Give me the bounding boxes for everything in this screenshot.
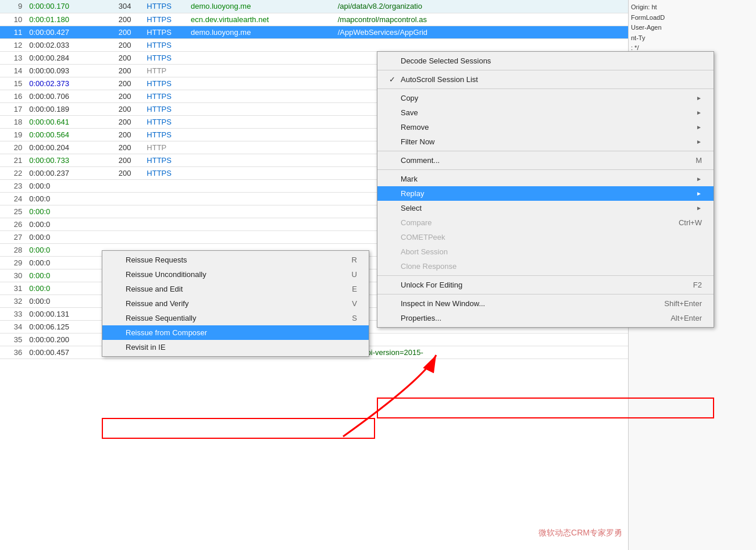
menu-item-select[interactable]: Select►	[377, 201, 714, 215]
row-status	[106, 218, 143, 230]
row-status	[106, 230, 143, 243]
table-row[interactable]: 9 0:00:00.170 304 HTTPS demo.luoyong.me …	[0, 0, 628, 13]
menu-separator	[377, 151, 714, 151]
row-host	[187, 218, 334, 230]
submenu-arrow: ►	[696, 95, 702, 101]
row-num: 13	[0, 51, 26, 64]
menu-item-label: Abort Session	[401, 247, 702, 256]
row-status	[106, 179, 143, 192]
main-context-menu: Decode Selected Sessions✓AutoScroll Sess…	[377, 51, 714, 328]
menu-item-label: Clone Response	[401, 262, 702, 271]
replay-menu-item-reissue_composer[interactable]: Reissue from Composer	[102, 325, 369, 340]
checkmark: ✓	[389, 75, 401, 84]
row-host	[187, 90, 334, 102]
menu-item-label: Inspect in New Window...	[401, 299, 641, 308]
menu-item-label: Properties...	[401, 314, 647, 322]
row-proto	[143, 192, 187, 205]
replay-menu-label: Reissue from Composer	[126, 328, 357, 337]
row-host: demo.luoyong.me	[187, 26, 334, 38]
row-proto: HTTPS	[143, 102, 187, 115]
menu-item-compare[interactable]: CompareCtrl+W	[377, 215, 714, 230]
menu-item-label: Remove	[401, 123, 696, 132]
replay-menu-item-revisit_ie[interactable]: Revisit in IE	[102, 340, 369, 354]
menu-item-cometpeek[interactable]: COMETPeek	[377, 230, 714, 244]
row-num: 33	[0, 307, 26, 320]
row-time: 0:00:06.125	[26, 320, 106, 333]
menu-item-decode[interactable]: Decode Selected Sessions	[377, 54, 714, 68]
row-time: 0:00:02.033	[26, 38, 106, 51]
menu-item-properties[interactable]: Properties...Alt+Enter	[377, 311, 714, 325]
menu-item-replay[interactable]: Replay►	[377, 186, 714, 201]
menu-separator	[377, 70, 714, 70]
menu-item-filter[interactable]: Filter Now►	[377, 134, 714, 149]
table-row[interactable]: 11 0:00:00.427 200 HTTPS demo.luoyong.me…	[0, 26, 628, 38]
row-time: 0:00:00.564	[26, 128, 106, 141]
row-host	[187, 128, 334, 141]
menu-item-comment[interactable]: Comment...M	[377, 153, 714, 168]
row-host	[187, 179, 334, 192]
row-proto	[143, 179, 187, 192]
row-proto	[143, 205, 187, 218]
row-time: 0:00:00.457	[26, 346, 106, 359]
row-url: /...	[334, 333, 628, 346]
row-status	[106, 205, 143, 218]
row-num: 11	[0, 26, 26, 38]
row-proto: HTTPS	[143, 166, 187, 179]
row-proto: HTTPS	[143, 115, 187, 128]
replay-menu-shortcut: V	[352, 299, 357, 308]
menu-item-copy[interactable]: Copy►	[377, 91, 714, 105]
row-num: 36	[0, 346, 26, 359]
menu-item-shortcut: Ctrl+W	[679, 218, 702, 227]
replay-menu-item-reissue_requests[interactable]: Reissue RequestsR	[102, 253, 369, 267]
row-status: 200	[106, 51, 143, 64]
row-status: 200	[106, 141, 143, 154]
row-num: 18	[0, 115, 26, 128]
replay-menu-item-reissue_uncond[interactable]: Reissue UnconditionallyU	[102, 267, 369, 282]
menu-item-shortcut: M	[696, 156, 702, 165]
row-num: 35	[0, 333, 26, 346]
row-num: 19	[0, 128, 26, 141]
row-time: 0:00:00.284	[26, 51, 106, 64]
menu-item-autoscroll[interactable]: ✓AutoScroll Session List	[377, 72, 714, 87]
submenu-arrow: ►	[696, 139, 702, 145]
table-row[interactable]: 10 0:00:01.180 200 HTTPS ecn.dev.virtual…	[0, 13, 628, 26]
row-num: 12	[0, 38, 26, 51]
row-num: 22	[0, 166, 26, 179]
replay-menu-item-reissue_verify[interactable]: Reissue and VerifyV	[102, 296, 369, 311]
row-status: 200	[106, 77, 143, 90]
replay-menu-item-reissue_seq[interactable]: Reissue SequentiallyS	[102, 311, 369, 325]
menu-item-cloneresponse[interactable]: Clone Response	[377, 259, 714, 274]
row-time: 0:00:00.427	[26, 26, 106, 38]
row-num: 28	[0, 243, 26, 256]
menu-item-unlock[interactable]: Unlock For EditingF2	[377, 278, 714, 292]
row-num: 15	[0, 77, 26, 90]
menu-item-label: Comment...	[401, 156, 672, 165]
menu-item-label: COMETPeek	[401, 233, 702, 242]
submenu-arrow: ►	[696, 205, 702, 211]
row-time: 0:00:00.641	[26, 115, 106, 128]
row-status: 200	[106, 154, 143, 166]
row-time: 0:00:00.204	[26, 141, 106, 154]
row-time: 0:00:0	[26, 282, 106, 294]
row-url: /mapcontrol/mapcontrol.as	[334, 13, 628, 26]
row-num: 34	[0, 320, 26, 333]
menu-item-remove[interactable]: Remove►	[377, 120, 714, 134]
menu-item-save[interactable]: Save►	[377, 105, 714, 120]
replay-menu-item-reissue_edit[interactable]: Reissue and EditE	[102, 282, 369, 296]
row-host	[187, 38, 334, 51]
row-status: 200	[106, 26, 143, 38]
row-host	[187, 205, 334, 218]
row-proto: HTTPS	[143, 0, 187, 13]
menu-item-mark[interactable]: Mark►	[377, 172, 714, 186]
row-proto: HTTPS	[143, 154, 187, 166]
row-status: 200	[106, 13, 143, 26]
row-num: 16	[0, 90, 26, 102]
row-num: 24	[0, 192, 26, 205]
menu-item-inspect[interactable]: Inspect in New Window...Shift+Enter	[377, 296, 714, 311]
table-row[interactable]: 12 0:00:02.033 200 HTTPS	[0, 38, 628, 51]
replay-menu-label: Reissue Requests	[126, 256, 329, 264]
menu-item-abortsession[interactable]: Abort Session	[377, 244, 714, 259]
row-time: 0:00:0	[26, 230, 106, 243]
row-num: 10	[0, 13, 26, 26]
row-host	[187, 77, 334, 90]
